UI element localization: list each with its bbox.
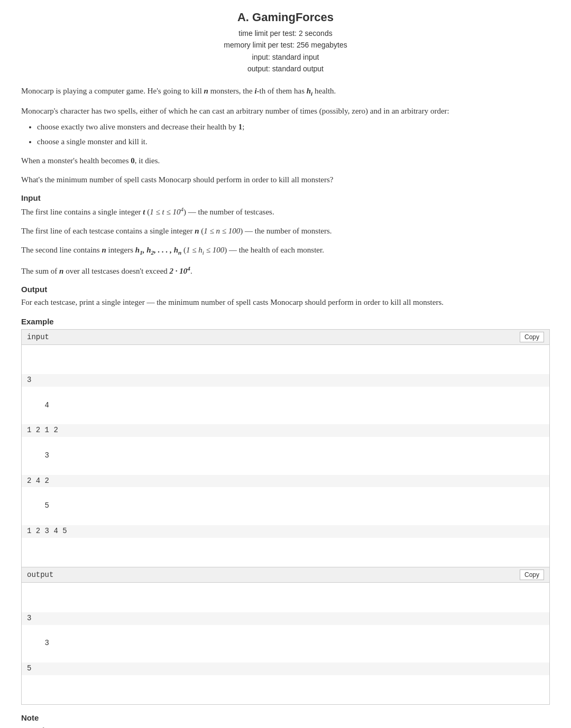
input-p1: The first line contains a single integer… [21,204,550,218]
spell-1: choose exactly two alive monsters and de… [37,120,550,133]
input-p4: The sum of n over all testcases doesn't … [21,264,550,277]
meta-info: time limit per test: 2 seconds memory li… [21,27,550,75]
copy-output-button[interactable]: Copy [520,570,544,580]
output-section-title: Output [21,285,550,294]
time-limit: time limit per test: 2 seconds [21,27,550,39]
question: What's the minimum number of spell casts… [21,173,550,186]
memory-limit: memory limit per test: 256 megabytes [21,39,550,51]
spell-2: choose a single monster and kill it. [37,135,550,148]
copy-input-button[interactable]: Copy [520,332,544,342]
output-type: output: standard output [21,63,550,74]
input-content: 3 4 1 2 1 2 3 2 4 2 5 1 2 3 4 5 [22,345,549,567]
output-text: For each testcase, print a single intege… [21,296,550,309]
input-p3: The second line contains n integers h1, … [21,244,550,257]
note-p1: In the first testcase, the initial healt… [21,724,550,728]
problem-intro-1: Monocarp is playing a computer game. He'… [21,85,550,98]
page-title: A. GamingForces [21,11,550,24]
problem-intro-2: Monocarp's character has two spells, eit… [21,105,550,117]
output-label: output [27,571,53,579]
input-label: input [27,333,49,341]
input-section-title: Input [21,193,550,202]
output-block: output Copy 3 3 5 [21,567,550,705]
input-block: input Copy 3 4 1 2 1 2 3 2 4 2 5 1 2 3 4… [21,329,550,568]
output-content: 3 3 5 [22,583,549,704]
input-type: input: standard input [21,51,550,63]
input-p2: The first line of each testcase contains… [21,225,550,237]
when-dies: When a monster's health becomes 0, it di… [21,154,550,167]
example-title: Example [21,317,550,326]
note-title: Note [21,713,550,722]
